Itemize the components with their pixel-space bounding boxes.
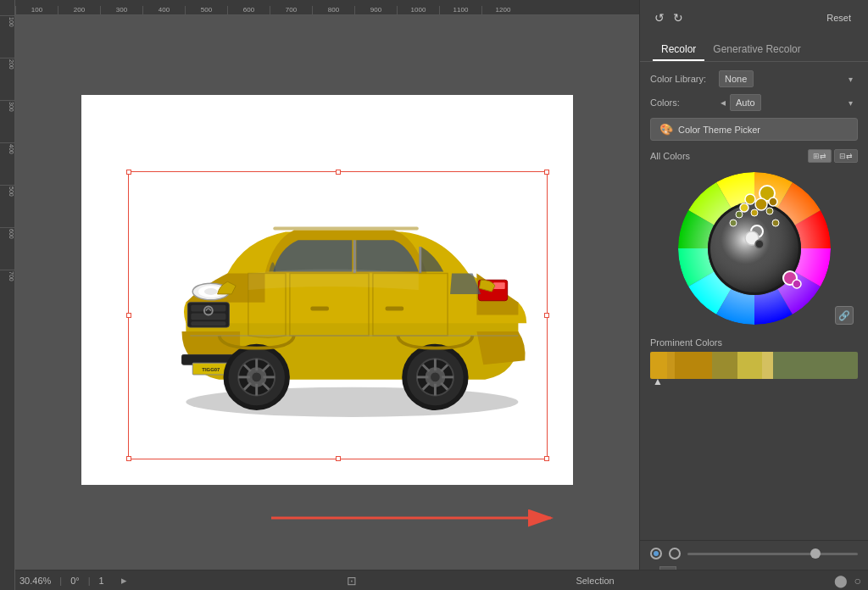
color-segment-2 — [675, 352, 712, 379]
ruler-mark: 100 — [15, 6, 58, 14]
ruler-mark: 600 — [227, 6, 270, 14]
canvas-area: TIGG07 — [15, 15, 639, 565]
toolbar-row: ↺ ↻ Reset — [640, 0, 868, 32]
svg-point-12 — [204, 288, 218, 295]
selection-handle-mr[interactable] — [544, 313, 549, 318]
color-theme-picker-button[interactable]: 🎨 Color Theme Picker — [650, 118, 858, 141]
zoom-value: 30.46% — [19, 576, 51, 586]
redo-button[interactable]: ↻ — [669, 8, 687, 27]
nav-center-button[interactable]: ⬤ — [834, 574, 848, 587]
svg-point-54 — [755, 198, 767, 210]
color-segment-4 — [737, 352, 762, 379]
color-wheel[interactable] — [674, 168, 835, 329]
radio-dot-right[interactable] — [669, 548, 681, 559]
rotation-value: 0° — [70, 576, 80, 586]
all-colors-section: All Colors ⊞⇄ ⊟⇄ — [650, 149, 858, 163]
svg-point-31 — [252, 372, 262, 382]
color-bar-container: ▲ — [650, 352, 858, 379]
svg-point-67 — [772, 220, 779, 226]
ruler-mark: 1200 — [481, 6, 524, 14]
color-wheel-container: 🔗 — [650, 168, 858, 329]
svg-point-55 — [745, 194, 755, 204]
status-divider-2: | — [88, 576, 91, 586]
car-illustration: TIGG07 — [115, 129, 539, 451]
svg-point-63 — [755, 240, 764, 248]
ruler-mark: 500 — [185, 6, 227, 14]
color-segment-1 — [667, 352, 676, 379]
view-list-button[interactable]: ⊟⇄ — [834, 149, 858, 163]
prominent-colors-label: Prominent Colors — [650, 337, 858, 348]
nav-circle-button[interactable]: ○ — [854, 574, 861, 587]
colors-label: Colors: — [650, 97, 714, 108]
ruler-mark: 900 — [354, 6, 397, 14]
slider-thumb[interactable] — [810, 548, 821, 559]
color-library-label: Color Library: — [650, 74, 714, 84]
page-item: 1 — [99, 576, 104, 586]
slider-track[interactable] — [687, 553, 858, 555]
ruler-mark: 1000 — [397, 6, 439, 14]
color-bar-arrow: ▲ — [653, 376, 663, 387]
right-panel: ↺ ↻ Reset Recolor Generative Recolor Col… — [639, 0, 868, 590]
colors-decrement-button[interactable]: ◂ — [719, 97, 727, 109]
ruler-left: 100 200 300 400 500 600 700 — [0, 0, 15, 590]
selection-handle-bl[interactable] — [126, 456, 131, 461]
fit-page-button[interactable]: ⊡ — [347, 574, 357, 587]
svg-rect-8 — [191, 321, 225, 326]
color-segment-3 — [712, 352, 737, 379]
page-value: 1 — [99, 576, 104, 586]
svg-text:TIGG07: TIGG07 — [202, 367, 220, 372]
link-icon[interactable]: 🔗 — [835, 306, 854, 325]
ruler-mark: 800 — [312, 6, 354, 14]
svg-point-58 — [751, 209, 758, 216]
color-theme-picker-label: Color Theme Picker — [678, 125, 760, 135]
color-library-row: Color Library: None — [650, 70, 858, 87]
tab-generative-recolor[interactable]: Generative Recolor — [704, 39, 809, 61]
color-segment-6 — [773, 352, 858, 379]
all-colors-label: All Colors — [650, 151, 690, 161]
selection-handle-bm[interactable] — [336, 456, 341, 461]
svg-point-59 — [766, 208, 773, 214]
selection-handle-br[interactable] — [544, 456, 549, 461]
artboard: TIGG07 — [81, 95, 573, 485]
nav-right-arrow[interactable]: ▸ — [121, 574, 127, 587]
radio-dot-left[interactable] — [650, 548, 662, 559]
ruler-mark: 1100 — [439, 6, 481, 14]
color-bar[interactable] — [650, 352, 858, 379]
view-icons: ⊞⇄ ⊟⇄ — [808, 149, 858, 163]
svg-point-57 — [740, 203, 748, 212]
colors-select-wrapper: Auto — [730, 94, 858, 111]
svg-rect-4 — [386, 307, 404, 311]
ruler-mark: 200 — [58, 6, 100, 14]
svg-point-60 — [736, 211, 743, 218]
view-grid-button[interactable]: ⊞⇄ — [808, 149, 832, 163]
status-divider-1: | — [59, 576, 62, 586]
reset-button[interactable]: Reset — [820, 10, 858, 25]
tab-recolor[interactable]: Recolor — [653, 39, 704, 61]
color-library-select[interactable]: None — [719, 70, 754, 87]
ruler-mark: 400 — [142, 6, 185, 14]
svg-rect-3 — [310, 307, 329, 311]
rotation-item: 0° — [70, 576, 80, 586]
svg-rect-45 — [273, 227, 419, 231]
tool-name: Selection — [576, 576, 614, 586]
svg-point-44 — [431, 372, 441, 382]
svg-point-65 — [793, 280, 801, 288]
color-segment-5 — [762, 352, 772, 379]
zoom-item: 30.46% — [19, 576, 51, 586]
colors-row: Colors: ◂ Auto — [650, 94, 858, 111]
panel-tabs: Recolor Generative Recolor — [640, 32, 868, 62]
selection-handle-tr[interactable] — [544, 170, 549, 175]
svg-point-56 — [769, 198, 777, 206]
undo-button[interactable]: ↺ — [650, 8, 669, 27]
color-theme-picker-icon: 🎨 — [659, 123, 673, 136]
ruler-mark: 300 — [100, 6, 142, 14]
status-bar: ◂ 30.46% | 0° | 1 ▸ ⊡ Selection ⬤ ○ — [0, 570, 868, 590]
color-library-select-wrapper: None — [719, 70, 858, 87]
slider-row — [650, 548, 858, 559]
colors-select[interactable]: Auto — [730, 94, 761, 111]
ruler-mark: 700 — [270, 6, 312, 14]
svg-point-66 — [730, 220, 737, 226]
